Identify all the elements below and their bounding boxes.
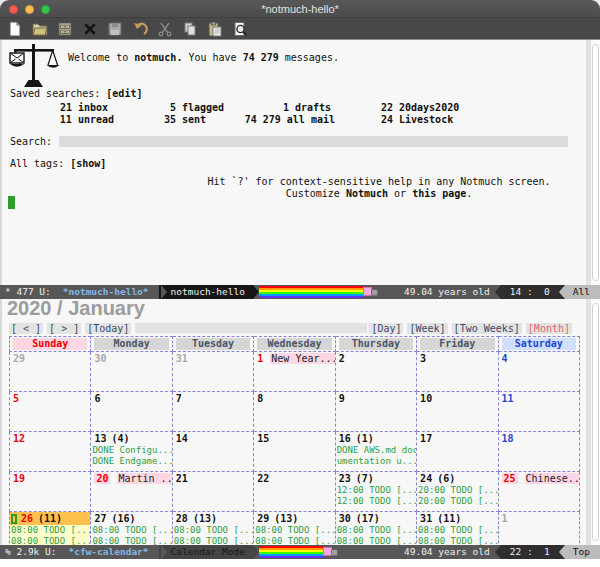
search-button[interactable] (230, 19, 249, 38)
calendar-scrollbar[interactable] (586, 299, 600, 545)
new-file-button[interactable] (5, 19, 24, 38)
calendar-day-6[interactable]: 6 (91, 392, 172, 432)
calendar-event[interactable]: 08:00 TODO [... (417, 525, 497, 536)
search-input[interactable] (59, 136, 568, 147)
calendar-day-13[interactable]: 13(4)DONE Configu...DONE Endgame... (91, 432, 172, 472)
calendar-day-16[interactable]: 16(1)DONE AWS.md documentation u... (335, 432, 416, 472)
view-month-button[interactable]: [Month] (526, 323, 572, 334)
view-day-button[interactable]: [Day] (369, 323, 403, 334)
saved-search-inbox[interactable]: 21inbox (10, 102, 114, 114)
zoom-window-button[interactable] (41, 5, 50, 14)
calendar-event[interactable]: 08:00 TODO [... (173, 525, 253, 536)
calendar-event[interactable]: 12:00 TODO [... (336, 496, 416, 507)
calendar-day-26[interactable]: 26(11)08:00 TODO [...08:00 TODO [... (10, 512, 91, 546)
open-folder-button[interactable] (30, 19, 49, 38)
calendar-day-3[interactable]: 3 (417, 352, 498, 392)
calendar-day-29[interactable]: 29(13)08:00 TODO [...08:00 TODO [... (254, 512, 335, 546)
calendar-event[interactable]: 08:00 TODO [... (254, 536, 334, 545)
saved-search-20days2020[interactable]: 2220days2020 (335, 102, 570, 114)
saved-search-sent[interactable]: 35sent (114, 114, 227, 126)
copy-button[interactable] (180, 19, 199, 38)
calendar-day-25[interactable]: 25Chinese... (498, 472, 579, 512)
saved-search-unread[interactable]: 11unread (10, 114, 114, 126)
save-button[interactable] (105, 19, 124, 38)
calendar-day-1[interactable]: 1 (498, 512, 579, 546)
close-window-button[interactable] (9, 5, 18, 14)
calendar-day-30[interactable]: 30 (91, 352, 172, 392)
calendar-event[interactable]: 08:00 TODO [... (91, 525, 171, 536)
titlebar[interactable]: *notmuch-hello* (0, 0, 600, 18)
calendar-day-10[interactable]: 10 (417, 392, 498, 432)
cut-button[interactable] (155, 19, 174, 38)
saved-search-drafts[interactable]: 1drafts (227, 102, 335, 114)
calendar-day-18[interactable]: 18 (498, 432, 579, 472)
calendar-event[interactable]: 20:00 TODO [... (417, 485, 497, 496)
calendar-window[interactable]: 2020 / January [ < ][ > ][Today] [Day][W… (0, 299, 600, 545)
calendar-event[interactable]: DONE AWS.md doc (336, 445, 416, 456)
today-button[interactable]: [Today] (85, 323, 131, 334)
calendar-day-1[interactable]: 1New Year... (254, 352, 335, 392)
notmuch-hello-window[interactable]: Welcome to notmuch. You have 74 279 mess… (0, 40, 600, 285)
calendar-event[interactable]: DONE Configu... (91, 445, 171, 456)
calendar-day-17[interactable]: 17 (417, 432, 498, 472)
calendar-day-21[interactable]: 21 (172, 472, 253, 512)
calendar-event[interactable]: 08:00 TODO [... (417, 536, 497, 545)
calendar-day-28[interactable]: 28(13)08:00 TODO [...08:00 TODO [... (172, 512, 253, 546)
saved-search-flagged[interactable]: 5flagged (114, 102, 227, 114)
calendar-day-29[interactable]: 29 (10, 352, 91, 392)
calendar-day-4[interactable]: 4 (498, 352, 579, 392)
calendar-event[interactable]: 08:00 TODO [... (10, 536, 90, 545)
file-cabinet-button[interactable] (55, 19, 74, 38)
calendar-event[interactable]: 08:00 TODO [... (336, 525, 416, 536)
calendar-day-22[interactable]: 22 (254, 472, 335, 512)
calendar-event[interactable]: umentation u... (336, 456, 416, 467)
calendar-day-24[interactable]: 24(6)20:00 TODO [...20:00 TODO [... (417, 472, 498, 512)
holiday-event[interactable]: New Year... (270, 353, 335, 364)
calendar-day-5[interactable]: 5 (10, 392, 91, 432)
calendar-day-19[interactable]: 19 (10, 472, 91, 512)
calendar-event[interactable]: 08:00 TODO [... (173, 536, 253, 545)
calendar-day-15[interactable]: 15 (254, 432, 335, 472)
calendar-day-31[interactable]: 31(11)08:00 TODO [...08:00 TODO [... (417, 512, 498, 546)
next-month-button[interactable]: [ > ] (47, 323, 81, 334)
calendar-event[interactable]: 08:00 TODO [... (336, 536, 416, 545)
calendar-day-27[interactable]: 27(16)08:00 TODO [...08:00 TODO [... (91, 512, 172, 546)
paste-button[interactable] (205, 19, 224, 38)
minimize-window-button[interactable] (25, 5, 34, 14)
calendar-day-31[interactable]: 31 (172, 352, 253, 392)
customize-page-link[interactable]: this page (412, 188, 466, 199)
calendar-day-7[interactable]: 7 (172, 392, 253, 432)
calendar-day-2[interactable]: 2 (335, 352, 416, 392)
edit-saved-searches-button[interactable]: [edit] (106, 88, 142, 99)
notmuch-scrollbar[interactable] (586, 40, 600, 285)
previous-month-button[interactable]: [ < ] (9, 323, 43, 334)
buffer-name[interactable]: *notmuch-hello* (63, 285, 149, 299)
buffer-name[interactable]: *cfw-calendar* (68, 545, 148, 559)
scrollbar-thumb[interactable] (592, 303, 599, 541)
calendar-day-11[interactable]: 11 (498, 392, 579, 432)
calendar-event[interactable]: DONE Endgame... (91, 456, 171, 467)
calendar-event[interactable]: 20:00 TODO [... (417, 496, 497, 507)
calendar-day-30[interactable]: 30(17)08:00 TODO [...08:00 TODO [... (335, 512, 416, 546)
undo-button[interactable] (130, 19, 149, 38)
calendar-event[interactable]: 08:00 TODO [... (10, 525, 90, 536)
show-all-tags-button[interactable]: [show] (70, 158, 106, 169)
calendar-day-9[interactable]: 9 (335, 392, 416, 432)
scrollbar-thumb[interactable] (592, 44, 599, 281)
view-two-weeks-button[interactable]: [Two Weeks] (452, 323, 522, 334)
close-buffer-button[interactable] (80, 19, 99, 38)
calendar-day-20[interactable]: 20Martin ... (91, 472, 172, 512)
holiday-event[interactable]: Chinese... (525, 473, 580, 484)
calendar-day-8[interactable]: 8 (254, 392, 335, 432)
calendar-day-12[interactable]: 12 (10, 432, 91, 472)
holiday-event[interactable]: Martin ... (117, 473, 172, 484)
view-week-button[interactable]: [Week] (407, 323, 447, 334)
saved-search-all-mail[interactable]: 74 279all mail (227, 114, 335, 126)
saved-search-Livestock[interactable]: 24Livestock (335, 114, 570, 126)
calendar-event[interactable]: 12:00 TODO [... (336, 485, 416, 496)
calendar-day-14[interactable]: 14 (172, 432, 253, 472)
calendar-event[interactable]: 08:00 TODO [... (91, 536, 171, 545)
calendar-event[interactable]: 08:00 TODO [... (254, 525, 334, 536)
calendar-day-23[interactable]: 23(7)12:00 TODO [...12:00 TODO [... (335, 472, 416, 512)
customize-notmuch-link[interactable]: Notmuch (346, 188, 388, 199)
